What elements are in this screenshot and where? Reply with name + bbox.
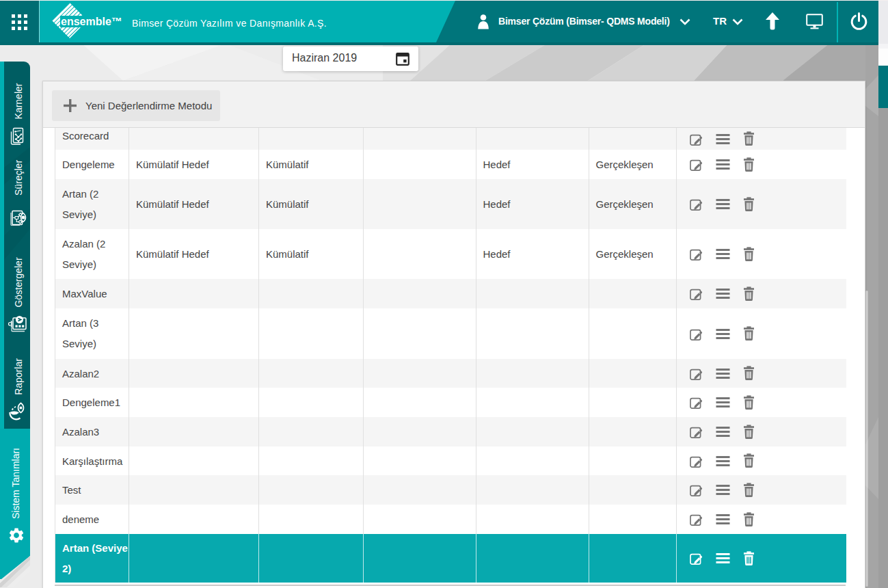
svg-text:ensemble™: ensemble™ [61,16,122,27]
